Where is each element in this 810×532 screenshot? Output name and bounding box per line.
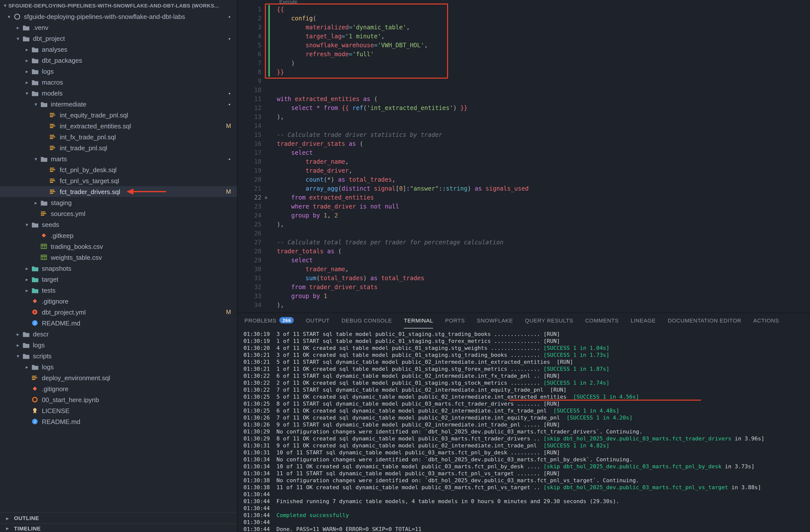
tree-item-gitignore[interactable]: .gitignore <box>0 383 237 394</box>
tree-item-label: LICENSE <box>42 407 69 414</box>
folder-icon <box>31 90 39 96</box>
tree-item-trading-books-csv[interactable]: trading_books.csv <box>0 241 237 252</box>
panel-tab-debug-console[interactable]: DEBUG CONSOLE <box>341 313 392 328</box>
workspace-title: SFGUIDE-DEPLOYING-PIPELINES-WITH-SNOWFLA… <box>8 2 219 9</box>
tree-item-dbt-project-yml[interactable]: dbt_project.ymlM <box>0 306 237 317</box>
modified-dot-badge: ● <box>228 37 230 40</box>
tree-item-00-start-here-ipynb[interactable]: 00_start_here.ipynb <box>0 394 237 405</box>
tree-item-label: dbt_packages <box>42 56 82 64</box>
terminal-timestamp: 01:30:19 <box>243 331 276 337</box>
tab-label: PROBLEMS <box>244 317 277 323</box>
chevron-right-icon: ▸ <box>32 200 40 205</box>
explorer-workspace-header[interactable]: ▾ SFGUIDE-DEPLOYING-PIPELINES-WITH-SNOWF… <box>0 0 237 11</box>
line-number: 9 <box>238 77 269 86</box>
folder-teal-icon <box>31 276 39 282</box>
terminal-output[interactable]: 01:30:19 3 of 11 START sql table model p… <box>238 328 810 532</box>
modified-dot-badge: ● <box>228 157 230 161</box>
file-dbt-icon <box>49 177 57 184</box>
tree-item-logs[interactable]: ▸logs <box>0 66 237 77</box>
terminal-timestamp: 01:30:25 <box>243 408 276 414</box>
timeline-section-header[interactable]: ▸ TIMELINE <box>0 523 237 532</box>
tree-item-marts[interactable]: ▾marts● <box>0 153 237 164</box>
code-line: group by 1, 2 <box>277 211 529 220</box>
folder-icon <box>31 46 39 52</box>
chevron-right-icon: ▸ <box>23 68 31 74</box>
tab-label: COMMENTS <box>585 317 619 323</box>
tree-item-dbt-project[interactable]: ▾dbt_project● <box>0 33 237 44</box>
line-number: 1 <box>238 5 269 14</box>
panel-tab-output[interactable]: OUTPUT <box>306 313 329 328</box>
chevron-right-icon: ▸ <box>14 342 22 348</box>
tree-item-dbt-packages[interactable]: ▸dbt_packages <box>0 55 237 66</box>
tree-item-intermediate[interactable]: ▾intermediate● <box>0 99 237 110</box>
panel-tab-problems[interactable]: PROBLEMS266 <box>244 313 294 328</box>
code-line <box>277 86 529 95</box>
panel-tab-documentation-editor[interactable]: DOCUMENTATION EDITOR <box>668 313 741 328</box>
line-number: 32 <box>238 283 269 292</box>
outline-section-header[interactable]: ▸ OUTLINE <box>0 512 237 523</box>
panel-tab-comments[interactable]: COMMENTS <box>585 313 619 328</box>
add-line-icon[interactable]: + <box>264 193 268 202</box>
terminal-timestamp: 01:30:26 <box>243 415 276 421</box>
tree-item-int-extracted-entities-sql[interactable]: int_extracted_entities.sqlM <box>0 120 237 131</box>
tree-item-logs[interactable]: ▸logs <box>0 339 237 350</box>
tree-item-label: sfguide-deploying-pipelines-with-snowfla… <box>24 13 185 20</box>
tree-item-descr[interactable]: ▸descr <box>0 329 237 339</box>
tree-item-readme-md[interactable]: iREADME.md <box>0 416 237 427</box>
tree-item-scripts[interactable]: ▾scripts <box>0 350 237 361</box>
tree-item-logs[interactable]: ▸logs <box>0 361 237 372</box>
terminal-timestamp: 01:30:19 <box>243 338 276 344</box>
tree-item-gitkeep[interactable]: .gitkeep <box>0 230 237 241</box>
code-line: from trader_driver_stats <box>277 283 529 292</box>
tree-item-target[interactable]: ▸target <box>0 274 237 285</box>
tree-item-deploy-environment-sql[interactable]: deploy_environment.sql <box>0 372 237 383</box>
terminal-line: 01:30:29 No configuration changes were i… <box>243 429 810 435</box>
chevron-right-icon: ▸ <box>23 266 31 271</box>
tree-item-fct-pnl-by-desk-sql[interactable]: fct_pnl_by_desk.sql <box>0 164 237 175</box>
file-license-icon <box>31 407 39 414</box>
line-number: 17 <box>238 148 269 157</box>
tree-item-staging[interactable]: ▸staging <box>0 197 237 208</box>
line-number: 8 <box>238 68 269 77</box>
tree-item-venv[interactable]: ▸.venv <box>0 22 237 33</box>
tree-item-macros[interactable]: ▸macros <box>0 77 237 87</box>
code-line: select * from {{ ref('int_extracted_enti… <box>277 103 529 113</box>
tree-item-label: README.md <box>42 319 80 327</box>
tree-item-sfguide-deploying-pipelines-with-snowflake-and-dbt-labs[interactable]: ▾sfguide-deploying-pipelines-with-snowfl… <box>0 11 237 22</box>
terminal-timestamp: 01:30:31 <box>243 449 276 456</box>
tree-item-license[interactable]: LICENSE <box>0 405 237 416</box>
tree-item-fct-trader-drivers-sql[interactable]: fct_trader_drivers.sqlM <box>0 186 237 197</box>
tree-item-sources-yml[interactable]: sources.yml <box>0 208 237 219</box>
line-number: 16 <box>238 139 269 148</box>
panel-tab-terminal[interactable]: TERMINAL <box>404 313 433 328</box>
tree-item-snapshots[interactable]: ▸snapshots <box>0 263 237 274</box>
tree-item-seeds[interactable]: ▾seeds <box>0 219 237 230</box>
terminal-line: 01:30:34 No configuration changes were i… <box>243 456 810 463</box>
chevron-down-icon: ▾ <box>5 14 13 19</box>
editor-code[interactable]: {{ config( materialized='dynamic_table',… <box>269 5 529 310</box>
code-line: }} <box>277 68 529 77</box>
terminal-line: 01:30:25 6 of 11 OK created sql dynamic_… <box>243 408 810 415</box>
terminal-line: 01:30:34 11 of 11 START sql dynamic_tabl… <box>243 470 810 477</box>
tree-item-int-equity-trade-pnl-sql[interactable]: int_equity_trade_pnl.sql <box>0 110 237 120</box>
tree-item-tests[interactable]: ▸tests <box>0 285 237 296</box>
panel-tab-ports[interactable]: PORTS <box>445 313 465 328</box>
execute-codelens[interactable]: Execute <box>279 0 297 4</box>
panel-tabs: PROBLEMS266OUTPUTDEBUG CONSOLETERMINALPO… <box>238 313 810 328</box>
code-editor[interactable]: Execute 12345678910111213141516171819202… <box>238 0 810 313</box>
panel-tab-query-results[interactable]: QUERY RESULTS <box>525 313 573 328</box>
tree-item-gitignore[interactable]: .gitignore <box>0 296 237 306</box>
tree-item-readme-md[interactable]: iREADME.md <box>0 317 237 329</box>
panel-tab-snowflake[interactable]: SNOWFLAKE <box>477 313 513 328</box>
tree-item-models[interactable]: ▾models● <box>0 87 237 99</box>
tree-item-int-trade-pnl-sql[interactable]: int_trade_pnl.sql <box>0 142 237 153</box>
panel-tab-lineage[interactable]: LINEAGE <box>631 313 656 328</box>
terminal-timestamp: 01:30:44 <box>243 519 276 526</box>
terminal-line: 01:30:25 8 of 11 START sql dynamic_table… <box>243 401 810 408</box>
tree-item-label: logs <box>33 341 45 349</box>
tree-item-int-fx-trade-pnl-sql[interactable]: int_fx_trade_pnl.sql <box>0 131 237 142</box>
panel-tab-actions[interactable]: ACTIONS <box>753 313 779 328</box>
tree-item-fct-pnl-vs-target-sql[interactable]: fct_pnl_vs_target.sql <box>0 175 237 186</box>
tree-item-weights-table-csv[interactable]: weights_table.csv <box>0 252 237 263</box>
tree-item-analyses[interactable]: ▸analyses <box>0 44 237 55</box>
